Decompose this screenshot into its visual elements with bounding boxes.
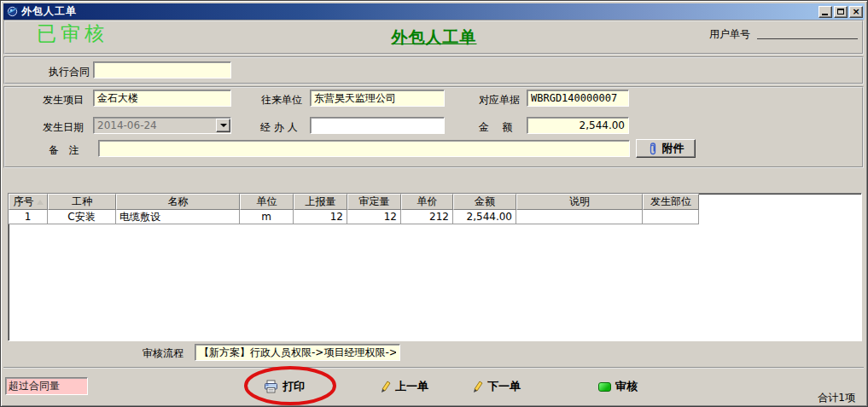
attach-button[interactable]: 附件 xyxy=(636,139,696,158)
approve-button[interactable]: 审核 xyxy=(598,379,638,394)
previous-doc-button[interactable]: 上一单 xyxy=(380,379,428,394)
next-doc-label: 下一单 xyxy=(487,379,521,394)
column-header[interactable]: 审定量 xyxy=(347,194,401,210)
approve-button-label: 审核 xyxy=(615,379,638,394)
cell-note xyxy=(516,210,643,224)
date-combobox[interactable]: 2014-06-24 xyxy=(93,117,231,134)
user-doc-underline xyxy=(757,38,858,39)
amount-label: 金 额 xyxy=(479,120,521,135)
window-title: 外包人工单 xyxy=(21,4,77,19)
maximize-button[interactable] xyxy=(834,6,848,18)
cell-worktype: C安装 xyxy=(48,210,116,224)
column-header[interactable]: 单价 xyxy=(401,194,453,210)
date-value: 2014-06-24 xyxy=(97,119,157,131)
app-icon xyxy=(6,5,19,18)
cell-reported-qty: 12 xyxy=(294,210,347,224)
ref-doc-input[interactable] xyxy=(527,90,629,107)
contract-input[interactable] xyxy=(93,61,231,78)
cell-seq: 1 xyxy=(9,210,48,224)
previous-doc-label: 上一单 xyxy=(395,379,428,394)
user-doc-label: 用户单号 xyxy=(709,27,750,42)
chevron-down-icon xyxy=(220,124,227,127)
cell-amount: 2,544.00 xyxy=(453,210,516,224)
counterparty-label: 往来单位 xyxy=(261,93,302,108)
column-header[interactable]: 单位 xyxy=(240,194,294,210)
cell-unit-price: 212 xyxy=(401,210,453,224)
warning-box: 超过合同量 xyxy=(5,377,88,395)
approval-flow-input[interactable] xyxy=(195,344,400,361)
printer-icon xyxy=(264,380,278,393)
maximize-icon xyxy=(837,9,844,15)
column-header[interactable]: 工种 xyxy=(48,194,116,210)
ref-doc-label: 对应单据 xyxy=(479,93,520,108)
column-header[interactable]: 说明 xyxy=(516,194,643,210)
cell-department xyxy=(643,210,699,224)
attach-button-label: 附件 xyxy=(662,141,684,156)
minimize-icon xyxy=(822,14,828,15)
approval-flow-label: 审核流程 xyxy=(143,346,184,361)
contract-label: 执行合同 xyxy=(49,65,90,79)
total-count-label: 合计1项 xyxy=(818,391,855,405)
cell-name: 电缆敷设 xyxy=(116,210,240,224)
remark-label: 备 注 xyxy=(49,143,79,158)
table-row[interactable]: 1 C安装 电缆敷设 m 12 12 212 2,544.00 xyxy=(9,210,861,224)
hand-pen-icon xyxy=(472,380,483,393)
column-header[interactable]: 名称 xyxy=(116,194,240,210)
amount-input[interactable] xyxy=(527,117,629,134)
project-input[interactable] xyxy=(93,90,231,107)
project-label: 发生项目 xyxy=(43,93,84,108)
handler-input[interactable] xyxy=(310,117,445,134)
hand-pen-icon xyxy=(380,380,391,393)
column-header[interactable]: 发生部位 xyxy=(643,194,699,210)
grid-header-row: 序号 工种 名称 单位 上报量 审定量 单价 金额 说明 发生部位 xyxy=(9,194,861,210)
close-button[interactable]: × xyxy=(849,6,863,18)
minimize-button[interactable] xyxy=(818,6,832,18)
footer-bar: 超过合同量 打印 上一单 下一单 xyxy=(3,367,864,405)
column-header[interactable]: 金额 xyxy=(453,194,516,210)
paperclip-icon xyxy=(648,142,658,155)
date-dropdown-button[interactable] xyxy=(216,119,230,132)
print-button-label: 打印 xyxy=(283,379,305,394)
app-window: 外包人工单 × 已审核 外包人工单 用户单号 执行合同 发生项目 往来单位 对应… xyxy=(0,0,868,407)
approve-icon xyxy=(598,382,611,392)
close-icon: × xyxy=(852,8,859,16)
line-items-grid[interactable]: 序号 工种 名称 单位 上报量 审定量 单价 金额 说明 发生部位 1 C安装 … xyxy=(8,193,862,341)
print-button[interactable]: 打印 xyxy=(264,379,305,394)
cell-approved-qty: 12 xyxy=(347,210,401,224)
counterparty-input[interactable] xyxy=(310,90,445,107)
titlebar: 外包人工单 × xyxy=(3,3,865,20)
handler-label: 经 办 人 xyxy=(260,120,298,135)
cell-unit: m xyxy=(240,210,294,224)
remark-input[interactable] xyxy=(98,140,630,157)
column-header[interactable]: 上报量 xyxy=(294,194,347,210)
sort-ascending-icon xyxy=(37,200,44,205)
column-header[interactable]: 序号 xyxy=(9,194,48,210)
next-doc-button[interactable]: 下一单 xyxy=(472,379,521,394)
date-label: 发生日期 xyxy=(43,120,84,135)
